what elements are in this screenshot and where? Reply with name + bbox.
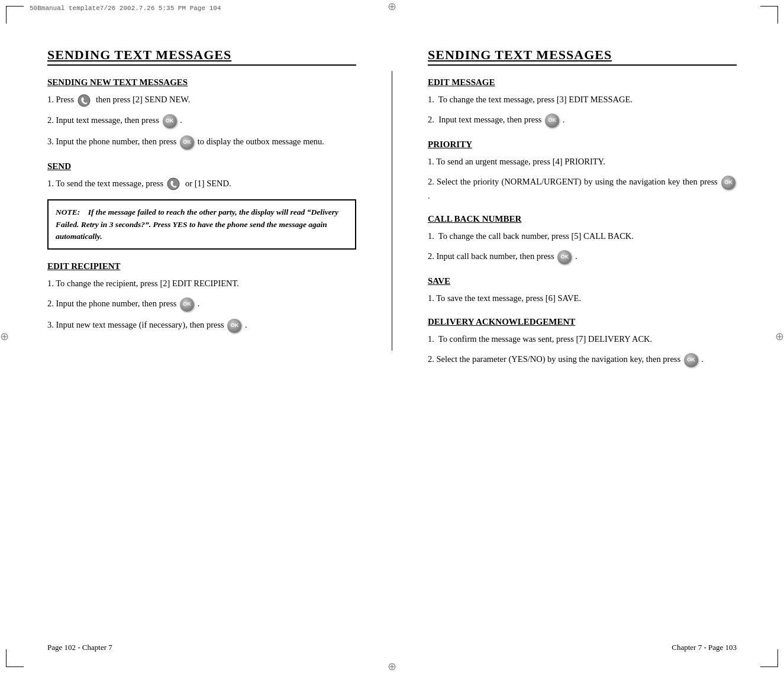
page-header-meta: 50Bmanual template7/26 2002.7.26 5:35 PM… (30, 5, 221, 12)
list-item: 2. Input text message, then press OK . (428, 114, 737, 128)
ok-button-icon: OK (180, 297, 194, 312)
note-text: If the message failed to reach the other… (56, 208, 338, 241)
save-1-text: 1. To save the text message, press [6] S… (428, 292, 737, 305)
left-crosshair: ⊕ (0, 330, 9, 343)
list-item: 1. To save the text message, press [6] S… (428, 292, 737, 305)
er-2-text: 2. Input the phone number, then press OK… (47, 297, 356, 312)
column-divider (392, 71, 392, 351)
phone-icon (78, 94, 91, 107)
note-box: NOTE: If the message failed to reach the… (47, 199, 356, 250)
cbn-2-text: 2. Input call back number, then press OK… (428, 250, 737, 264)
snm-2-text: 2. Input text message, then press OK . (47, 114, 356, 128)
section-edit-recipient-heading: EDIT RECIPIENT (47, 261, 356, 271)
list-item: 2. Input the phone number, then press OK… (47, 297, 356, 312)
list-item: 1. To change the recipient, press [2] ED… (47, 277, 356, 290)
svg-point-1 (167, 178, 179, 190)
ok-button-icon: OK (545, 114, 559, 128)
left-column: SENDING TEXT MESSAGES SENDING NEW TEXT M… (30, 35, 374, 386)
ok-button-icon: OK (721, 176, 735, 190)
list-item: 2. Input call back number, then press OK… (428, 250, 737, 264)
pri-1-text: 1. To send an urgent message, press [4] … (428, 156, 737, 169)
corner-mark-tr (760, 6, 778, 24)
section-call-back-number-heading: CALL BACK NUMBER (428, 214, 737, 224)
right-crosshair: ⊕ (775, 330, 784, 343)
right-footer: Chapter 7 - Page 103 (672, 643, 737, 652)
bottom-crosshair: ⊕ (388, 660, 396, 673)
ok-button-icon: OK (227, 319, 241, 333)
phone-icon (167, 177, 180, 190)
list-item: 1. To send an urgent message, press [4] … (428, 156, 737, 169)
snm-1-text: 1. Press then press [2] SEND NEW. (47, 93, 356, 107)
ok-button-icon: OK (163, 114, 177, 128)
ok-button-icon: OK (684, 353, 698, 367)
section-edit-message-heading: EDIT MESSAGE (428, 77, 737, 88)
left-page-title: SENDING TEXT MESSAGES (47, 47, 356, 66)
pri-2-text: 2. Select the priority (NORMAL/URGENT) b… (428, 176, 737, 203)
list-item: 1. To change the text message, press [3]… (428, 93, 737, 106)
list-item: 2. Select the parameter (YES/NO) by usin… (428, 353, 737, 367)
em-2-text: 2. Input text message, then press OK . (428, 114, 737, 128)
da-2-text: 2. Select the parameter (YES/NO) by usin… (428, 353, 737, 367)
list-item: 1. Press then press [2] SEND NEW. (47, 93, 356, 107)
list-item: 2. Select the priority (NORMAL/URGENT) b… (428, 176, 737, 203)
send-1-text: 1. To send the text message, press or [1… (47, 177, 356, 191)
right-page-title: SENDING TEXT MESSAGES (428, 47, 737, 66)
da-1-text: 1. To confirm the message was sent, pres… (428, 333, 737, 346)
section-send-heading: SEND (47, 161, 356, 172)
list-item: 1. To change the call back number, press… (428, 230, 737, 243)
corner-mark-tl (6, 6, 24, 24)
svg-point-0 (78, 95, 90, 106)
section-sending-new-heading: SENDING NEW TEXT MESSAGES (47, 77, 356, 88)
list-item: 1. To confirm the message was sent, pres… (428, 333, 737, 346)
cbn-1-text: 1. To change the call back number, press… (428, 230, 737, 243)
snm-3-text: 3. Input the phone number, then press OK… (47, 135, 356, 150)
list-item: 2. Input text message, then press OK . (47, 114, 356, 128)
ok-button-icon: OK (557, 250, 572, 264)
list-item: 3. Input new text message (if necessary)… (47, 319, 356, 333)
er-1-text: 1. To change the recipient, press [2] ED… (47, 277, 356, 290)
page-columns: SENDING TEXT MESSAGES SENDING NEW TEXT M… (0, 0, 784, 422)
ok-button-icon: OK (180, 135, 194, 150)
list-item: 3. Input the phone number, then press OK… (47, 135, 356, 150)
left-footer: Page 102 - Chapter 7 (47, 643, 112, 652)
top-crosshair: ⊕ (388, 0, 396, 13)
page-footer: Page 102 - Chapter 7 Chapter 7 - Page 10… (0, 643, 784, 652)
right-column: SENDING TEXT MESSAGES EDIT MESSAGE 1. To… (410, 35, 754, 386)
er-3-text: 3. Input new text message (if necessary)… (47, 319, 356, 333)
section-priority-heading: PRIORITY (428, 140, 737, 150)
section-save-heading: SAVE (428, 276, 737, 286)
list-item: 1. To send the text message, press or [1… (47, 177, 356, 191)
em-1-text: 1. To change the text message, press [3]… (428, 93, 737, 106)
note-label: NOTE: (56, 208, 86, 216)
section-delivery-ack-heading: DELIVERY ACKNOWLEDGEMENT (428, 317, 737, 327)
